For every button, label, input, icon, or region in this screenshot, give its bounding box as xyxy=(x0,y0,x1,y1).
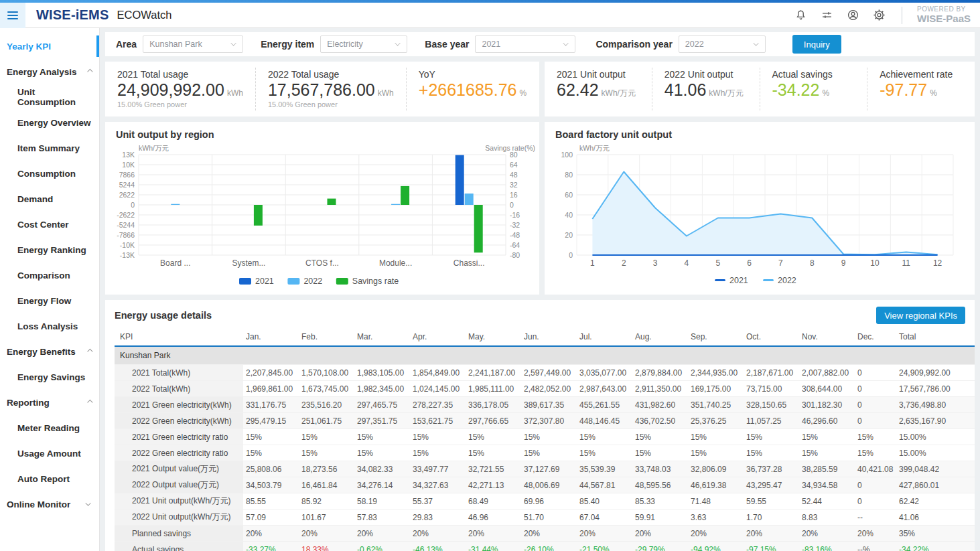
row-value: 25,808.06 xyxy=(243,461,299,477)
row-value: 46.96 xyxy=(466,509,521,526)
row-value: 43,295.47 xyxy=(744,477,799,493)
wise-paas-logo-text: WISE-PaaS xyxy=(917,13,971,24)
svg-text:7: 7 xyxy=(778,258,783,268)
svg-text:2021: 2021 xyxy=(255,277,274,286)
kpi-card-2022-unit-output: 2022 Unit output41.06kWh/万元 xyxy=(652,68,760,110)
row-value: 0 xyxy=(855,365,896,381)
row-value: 15% xyxy=(243,429,299,445)
chevron-down-icon xyxy=(563,40,569,46)
row-value: 2,241,187.00 xyxy=(466,365,521,381)
table-group-row: Kunshan Park xyxy=(115,346,975,365)
svg-text:2022: 2022 xyxy=(303,277,322,286)
row-value: -26.10% xyxy=(521,542,577,551)
sidebar-item-demand[interactable]: Demand xyxy=(0,186,99,212)
settings-sliders-icon[interactable] xyxy=(821,9,833,21)
row-value: 71.48 xyxy=(688,493,744,509)
sidebar-item-comparison[interactable]: Comparison xyxy=(0,262,99,288)
sidebar-item-loss-analysis[interactable]: Loss Analysis xyxy=(0,313,99,339)
sidebar-item-energy-overview[interactable]: Energy Overview xyxy=(0,110,99,135)
svg-text:CTOS f...: CTOS f... xyxy=(305,258,339,268)
row-value: 34,934.58 xyxy=(799,477,855,493)
row-value: -0.62% xyxy=(354,542,410,551)
svg-text:-32: -32 xyxy=(510,221,520,229)
sidebar-item-energy-benefits[interactable]: Energy Benefits xyxy=(0,339,99,364)
kpi-card-2022-total-usage: 2022 Total usage17,567,786.00kWh15.00% G… xyxy=(255,68,406,110)
kpi-panel-usage: 2021 Total usage24,909,992.00kWh15.00% G… xyxy=(105,62,539,116)
kpi-title: 2021 Total usage xyxy=(117,69,243,80)
row-value: 20% xyxy=(521,526,577,542)
sidebar-item-energy-flow[interactable]: Energy Flow xyxy=(0,288,99,313)
comparison-year-select[interactable]: 2022 xyxy=(679,35,766,53)
notifications-bell-icon[interactable] xyxy=(794,9,807,21)
row-value: 15% xyxy=(855,429,896,445)
sidebar-item-usage-amount[interactable]: Usage Amount xyxy=(0,441,99,466)
row-value: 33,497.77 xyxy=(410,461,466,477)
row-value: -33.27% xyxy=(243,542,299,551)
sidebar-item-item-summary[interactable]: Item Summary xyxy=(0,135,99,161)
menu-toggle-button[interactable] xyxy=(0,3,25,28)
row-value: 278,227.35 xyxy=(410,397,466,413)
column-header-mar: Mar. xyxy=(354,328,410,346)
sidebar-item-auto-report[interactable]: Auto Report xyxy=(0,466,99,491)
row-kpi-label: Actual savings xyxy=(115,542,243,551)
svg-text:System...: System... xyxy=(232,258,265,268)
kpi-value: 62.42 xyxy=(557,80,599,99)
legend-item-2021[interactable]: 2021 xyxy=(239,277,274,286)
svg-text:64: 64 xyxy=(510,161,518,169)
legend-item-2022[interactable]: 2022 xyxy=(763,276,796,285)
table-row: 2021 Output value(万元)25,808.0618,273.563… xyxy=(115,461,975,477)
kpi-subtext: 15.00% Green power xyxy=(268,100,394,108)
sidebar-item-cost-center[interactable]: Cost Center xyxy=(0,212,99,237)
row-value: 1,982,345.00 xyxy=(354,381,410,397)
row-value: 46,619.38 xyxy=(688,477,744,493)
sidebar-item-energy-analysis[interactable]: Energy Analysis xyxy=(0,59,99,84)
column-header-oct: Oct. xyxy=(744,328,799,346)
sidebar-item-unit-consumption[interactable]: Unit Consumption xyxy=(0,84,99,110)
row-value: 18.33% xyxy=(299,542,354,551)
base-year-select[interactable]: 2021 xyxy=(475,35,575,53)
user-account-icon[interactable] xyxy=(847,9,859,21)
energy-item-select[interactable]: Electricity xyxy=(320,35,407,53)
row-value: 15% xyxy=(354,429,410,445)
kpi-row: 2021 Total usage24,909,992.00kWh15.00% G… xyxy=(105,62,975,116)
legend-item-2022[interactable]: 2022 xyxy=(287,277,322,286)
svg-text:-80: -80 xyxy=(510,251,520,259)
view-regional-kpis-button[interactable]: View regional KPIs xyxy=(876,307,965,324)
sidebar-item-energy-savings[interactable]: Energy Savings xyxy=(0,364,99,390)
row-kpi-label: 2022 Unit output(kWh/万元) xyxy=(115,509,243,526)
column-header-feb: Feb. xyxy=(299,328,354,346)
sidebar-item-meter-reading[interactable]: Meter Reading xyxy=(0,415,99,441)
row-value: 20% xyxy=(799,526,855,542)
row-value: 101.67 xyxy=(299,509,354,526)
row-value: 29.83 xyxy=(410,509,466,526)
sidebar-item-reporting[interactable]: Reporting xyxy=(0,390,99,415)
column-header-total: Total xyxy=(896,328,975,346)
area-label: Area xyxy=(116,39,137,50)
sidebar-item-consumption[interactable]: Consumption xyxy=(0,161,99,186)
row-value: 16,461.84 xyxy=(299,477,354,493)
sidebar-item-online-monitor[interactable]: Online Monitor xyxy=(0,491,99,517)
legend-item-2021[interactable]: 2021 xyxy=(715,276,748,285)
svg-text:5244: 5244 xyxy=(119,181,135,189)
row-value: 15% xyxy=(744,445,799,461)
row-value: 15% xyxy=(466,429,521,445)
svg-text:3: 3 xyxy=(653,258,658,268)
sidebar-item-yearly-kpi[interactable]: Yearly KPI xyxy=(0,33,99,59)
charts-row: Unit output by region 13K8010K6478664852… xyxy=(105,122,975,295)
svg-text:8: 8 xyxy=(810,258,815,268)
kpi-title: 2022 Unit output xyxy=(664,69,748,80)
row-value: 85.92 xyxy=(299,493,354,509)
sidebar-item-energy-ranking[interactable]: Energy Ranking xyxy=(0,237,99,262)
row-value: 20% xyxy=(299,526,354,542)
kpi-unit: kWh/万元 xyxy=(602,88,636,98)
inquiry-button[interactable]: Inquiry xyxy=(792,35,841,54)
gear-icon[interactable] xyxy=(873,9,886,21)
sidebar-item-label: Energy Benefits xyxy=(7,347,76,357)
row-value: 328,150.65 xyxy=(744,397,799,413)
legend-item-savings-rate[interactable]: Savings rate xyxy=(336,277,399,286)
row-value: 2,879,884.00 xyxy=(632,365,688,381)
row-value: 297,766.65 xyxy=(466,413,521,429)
area-select[interactable]: Kunshan Park xyxy=(143,35,243,53)
svg-text:100: 100 xyxy=(561,151,573,159)
row-value: 73,715.00 xyxy=(744,381,799,397)
